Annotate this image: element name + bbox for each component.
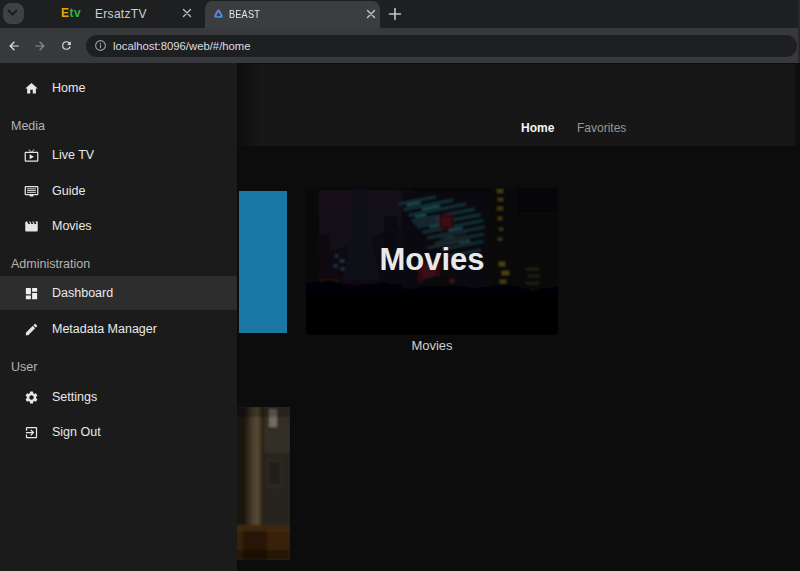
svg-text:Movies: Movies	[379, 242, 484, 277]
